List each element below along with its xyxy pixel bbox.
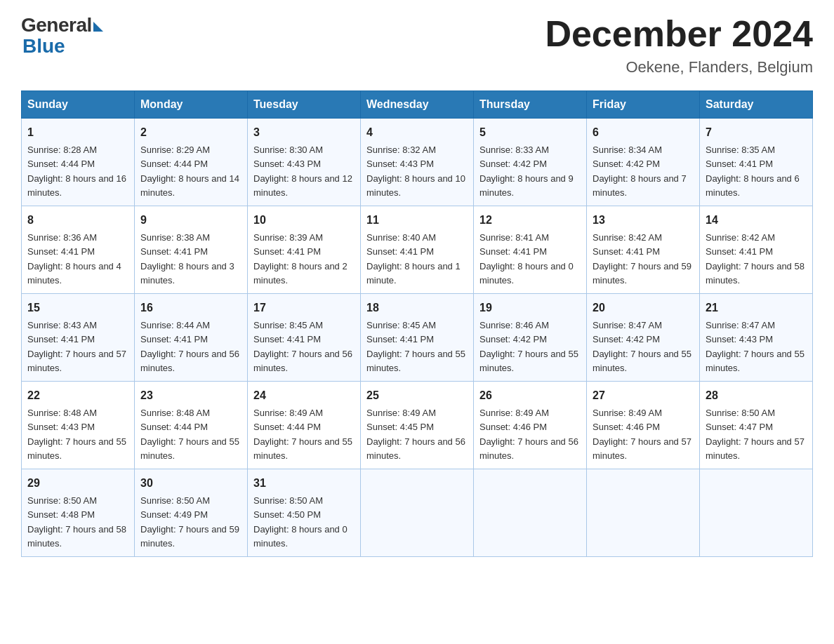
- day-number: 4: [366, 124, 468, 141]
- calendar-cell: 5Sunrise: 8:33 AMSunset: 4:42 PMDaylight…: [474, 119, 587, 206]
- calendar-cell: [700, 469, 813, 557]
- day-number: 8: [27, 212, 128, 229]
- day-number: 5: [479, 124, 581, 141]
- column-header-saturday: Saturday: [700, 91, 813, 119]
- calendar-cell: 20Sunrise: 8:47 AMSunset: 4:42 PMDayligh…: [587, 294, 700, 382]
- calendar-cell: 7Sunrise: 8:35 AMSunset: 4:41 PMDaylight…: [700, 119, 813, 206]
- calendar-cell: 4Sunrise: 8:32 AMSunset: 4:43 PMDaylight…: [361, 119, 474, 206]
- calendar-cell: 31Sunrise: 8:50 AMSunset: 4:50 PMDayligh…: [248, 469, 361, 557]
- day-number: 16: [140, 300, 241, 316]
- day-info: Sunrise: 8:50 AMSunset: 4:48 PMDaylight:…: [27, 495, 126, 549]
- calendar-cell: 12Sunrise: 8:41 AMSunset: 4:41 PMDayligh…: [474, 206, 587, 294]
- month-year-title: December 2024: [545, 14, 813, 54]
- day-number: 31: [253, 475, 355, 492]
- day-number: 7: [706, 124, 807, 141]
- calendar-cell: 10Sunrise: 8:39 AMSunset: 4:41 PMDayligh…: [248, 206, 361, 294]
- day-number: 25: [366, 387, 468, 404]
- day-info: Sunrise: 8:50 AMSunset: 4:50 PMDaylight:…: [253, 495, 348, 549]
- calendar-week-row: 29Sunrise: 8:50 AMSunset: 4:48 PMDayligh…: [22, 469, 813, 557]
- day-info: Sunrise: 8:47 AMSunset: 4:42 PMDaylight:…: [593, 320, 691, 373]
- calendar-cell: 25Sunrise: 8:49 AMSunset: 4:45 PMDayligh…: [361, 382, 474, 469]
- calendar-cell: 13Sunrise: 8:42 AMSunset: 4:41 PMDayligh…: [587, 206, 700, 294]
- day-number: 1: [27, 124, 128, 141]
- calendar-cell: 28Sunrise: 8:50 AMSunset: 4:47 PMDayligh…: [700, 382, 813, 469]
- day-number: 28: [706, 387, 807, 404]
- day-info: Sunrise: 8:45 AMSunset: 4:41 PMDaylight:…: [253, 320, 352, 373]
- location-subtitle: Oekene, Flanders, Belgium: [545, 58, 813, 76]
- column-header-tuesday: Tuesday: [248, 91, 361, 119]
- calendar-cell: 19Sunrise: 8:46 AMSunset: 4:42 PMDayligh…: [474, 294, 587, 382]
- column-header-friday: Friday: [587, 91, 700, 119]
- day-number: 15: [27, 300, 128, 316]
- day-number: 2: [140, 124, 241, 141]
- column-header-wednesday: Wednesday: [361, 91, 474, 119]
- day-info: Sunrise: 8:39 AMSunset: 4:41 PMDaylight:…: [253, 232, 348, 286]
- calendar-cell: 30Sunrise: 8:50 AMSunset: 4:49 PMDayligh…: [135, 469, 248, 557]
- day-info: Sunrise: 8:49 AMSunset: 4:46 PMDaylight:…: [593, 408, 691, 461]
- logo: General Blue: [21, 14, 103, 58]
- day-number: 12: [479, 212, 581, 229]
- day-info: Sunrise: 8:29 AMSunset: 4:44 PMDaylight:…: [140, 145, 239, 198]
- calendar-cell: 15Sunrise: 8:43 AMSunset: 4:41 PMDayligh…: [22, 294, 135, 382]
- calendar-cell: 14Sunrise: 8:42 AMSunset: 4:41 PMDayligh…: [700, 206, 813, 294]
- title-block: December 2024 Oekene, Flanders, Belgium: [545, 14, 813, 76]
- day-number: 17: [253, 300, 355, 316]
- day-info: Sunrise: 8:38 AMSunset: 4:41 PMDaylight:…: [140, 232, 234, 286]
- day-info: Sunrise: 8:48 AMSunset: 4:43 PMDaylight:…: [27, 408, 126, 461]
- day-number: 11: [366, 212, 468, 229]
- day-number: 19: [479, 300, 581, 316]
- day-number: 14: [706, 212, 807, 229]
- calendar-cell: 2Sunrise: 8:29 AMSunset: 4:44 PMDaylight…: [135, 119, 248, 206]
- calendar-week-row: 8Sunrise: 8:36 AMSunset: 4:41 PMDaylight…: [22, 206, 813, 294]
- calendar-week-row: 1Sunrise: 8:28 AMSunset: 4:44 PMDaylight…: [22, 119, 813, 206]
- day-number: 29: [27, 475, 128, 492]
- day-info: Sunrise: 8:33 AMSunset: 4:42 PMDaylight:…: [479, 145, 574, 198]
- day-info: Sunrise: 8:49 AMSunset: 4:46 PMDaylight:…: [479, 408, 578, 461]
- day-info: Sunrise: 8:48 AMSunset: 4:44 PMDaylight:…: [140, 408, 239, 461]
- day-info: Sunrise: 8:42 AMSunset: 4:41 PMDaylight:…: [593, 232, 691, 286]
- day-number: 18: [366, 300, 468, 316]
- logo-blue-text: Blue: [22, 35, 65, 58]
- day-info: Sunrise: 8:44 AMSunset: 4:41 PMDaylight:…: [140, 320, 239, 373]
- day-info: Sunrise: 8:43 AMSunset: 4:41 PMDaylight:…: [27, 320, 126, 373]
- day-info: Sunrise: 8:49 AMSunset: 4:45 PMDaylight:…: [366, 408, 465, 461]
- logo-arrow-icon: [93, 22, 103, 32]
- logo-general-text: General: [21, 14, 92, 36]
- day-number: 24: [253, 387, 355, 404]
- day-info: Sunrise: 8:47 AMSunset: 4:43 PMDaylight:…: [706, 320, 805, 373]
- day-number: 3: [253, 124, 355, 141]
- calendar-cell: 21Sunrise: 8:47 AMSunset: 4:43 PMDayligh…: [700, 294, 813, 382]
- calendar-week-row: 15Sunrise: 8:43 AMSunset: 4:41 PMDayligh…: [22, 294, 813, 382]
- day-number: 9: [140, 212, 241, 229]
- day-info: Sunrise: 8:45 AMSunset: 4:41 PMDaylight:…: [366, 320, 465, 373]
- day-info: Sunrise: 8:49 AMSunset: 4:44 PMDaylight:…: [253, 408, 352, 461]
- day-number: 23: [140, 387, 241, 404]
- calendar-cell: [361, 469, 474, 557]
- day-number: 20: [593, 300, 694, 316]
- calendar-header-row: SundayMondayTuesdayWednesdayThursdayFrid…: [22, 91, 813, 119]
- calendar-table: SundayMondayTuesdayWednesdayThursdayFrid…: [21, 90, 813, 557]
- calendar-cell: 6Sunrise: 8:34 AMSunset: 4:42 PMDaylight…: [587, 119, 700, 206]
- day-number: 22: [27, 387, 128, 404]
- day-info: Sunrise: 8:36 AMSunset: 4:41 PMDaylight:…: [27, 232, 121, 286]
- day-info: Sunrise: 8:28 AMSunset: 4:44 PMDaylight:…: [27, 145, 126, 198]
- calendar-cell: 27Sunrise: 8:49 AMSunset: 4:46 PMDayligh…: [587, 382, 700, 469]
- calendar-cell: 17Sunrise: 8:45 AMSunset: 4:41 PMDayligh…: [248, 294, 361, 382]
- calendar-cell: 9Sunrise: 8:38 AMSunset: 4:41 PMDaylight…: [135, 206, 248, 294]
- day-info: Sunrise: 8:42 AMSunset: 4:41 PMDaylight:…: [706, 232, 805, 286]
- calendar-cell: 3Sunrise: 8:30 AMSunset: 4:43 PMDaylight…: [248, 119, 361, 206]
- day-number: 30: [140, 475, 241, 492]
- column-header-thursday: Thursday: [474, 91, 587, 119]
- calendar-cell: 11Sunrise: 8:40 AMSunset: 4:41 PMDayligh…: [361, 206, 474, 294]
- calendar-cell: [474, 469, 587, 557]
- calendar-week-row: 22Sunrise: 8:48 AMSunset: 4:43 PMDayligh…: [22, 382, 813, 469]
- column-header-monday: Monday: [135, 91, 248, 119]
- day-number: 27: [593, 387, 694, 404]
- day-number: 21: [706, 300, 807, 316]
- calendar-cell: 8Sunrise: 8:36 AMSunset: 4:41 PMDaylight…: [22, 206, 135, 294]
- calendar-cell: 26Sunrise: 8:49 AMSunset: 4:46 PMDayligh…: [474, 382, 587, 469]
- day-info: Sunrise: 8:50 AMSunset: 4:47 PMDaylight:…: [706, 408, 805, 461]
- day-info: Sunrise: 8:30 AMSunset: 4:43 PMDaylight:…: [253, 145, 352, 198]
- calendar-cell: 24Sunrise: 8:49 AMSunset: 4:44 PMDayligh…: [248, 382, 361, 469]
- day-info: Sunrise: 8:50 AMSunset: 4:49 PMDaylight:…: [140, 495, 239, 549]
